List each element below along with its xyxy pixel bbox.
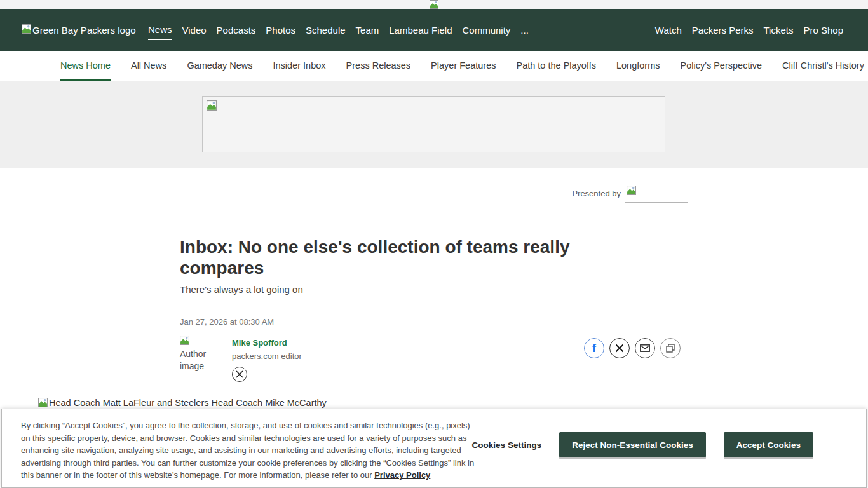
- share-x-icon[interactable]: [609, 338, 630, 358]
- privacy-policy-link[interactable]: Privacy Policy: [374, 470, 430, 480]
- ad-band: [0, 81, 868, 168]
- author-x-twitter-icon[interactable]: [232, 367, 247, 382]
- sponsor-logo-placeholder[interactable]: [625, 184, 688, 203]
- nav-item-pro-shop[interactable]: Pro Shop: [803, 25, 843, 36]
- accept-cookies-button[interactable]: Accept Cookies: [724, 432, 813, 458]
- nav-item-community[interactable]: Community: [463, 21, 511, 39]
- cookie-consent-banner: By clicking “Accept Cookies”, you agree …: [1, 409, 867, 488]
- packers-news-page: Green Bay Packers logo News Video Podcas…: [0, 0, 868, 488]
- nav-more-ellipsis[interactable]: ...: [520, 21, 529, 39]
- nav-item-tickets[interactable]: Tickets: [764, 25, 794, 36]
- hero-image-alt-text: Head Coach Matt LaFleur and Steelers Hea…: [49, 398, 327, 408]
- nav-item-news[interactable]: News: [148, 20, 172, 40]
- subnav-item-news-home[interactable]: News Home: [60, 51, 111, 81]
- subnav-item-cliff-christls-history[interactable]: Cliff Christl's History: [782, 51, 864, 81]
- nav-item-video[interactable]: Video: [182, 21, 207, 39]
- top-strip: [0, 0, 868, 9]
- site-logo[interactable]: Green Bay Packers logo: [22, 24, 136, 36]
- subnav-item-gameday-news[interactable]: Gameday News: [187, 51, 252, 81]
- news-subnav: News Home All News Gameday News Insider …: [0, 51, 868, 81]
- share-buttons: f: [584, 338, 681, 358]
- share-copy-link-icon[interactable]: [660, 338, 681, 358]
- subnav-item-press-releases[interactable]: Press Releases: [346, 51, 411, 81]
- logo-alt-text: Green Bay Packers logo: [32, 25, 136, 36]
- article-title: Inbox: No one else's collection of teams…: [180, 236, 625, 278]
- broken-image-icon: [627, 186, 636, 198]
- share-facebook-icon[interactable]: f: [584, 338, 604, 358]
- author-name-link[interactable]: Mike Spofford: [232, 338, 302, 348]
- nav-item-watch[interactable]: Watch: [655, 25, 682, 36]
- nav-item-photos[interactable]: Photos: [266, 21, 295, 39]
- cookie-actions: Cookies Settings Reject Non-Essential Co…: [472, 432, 813, 458]
- broken-image-icon: [38, 398, 48, 409]
- broken-image-icon: [207, 100, 217, 113]
- reject-non-essential-cookies-button[interactable]: Reject Non-Essential Cookies: [559, 432, 706, 458]
- author-role: packers.com editor: [232, 351, 302, 361]
- nav-item-schedule[interactable]: Schedule: [306, 21, 346, 39]
- cookie-policy-text: By clicking “Accept Cookies”, you agree …: [21, 419, 477, 482]
- nav-item-packers-perks[interactable]: Packers Perks: [692, 25, 754, 36]
- hero-image-broken[interactable]: Head Coach Matt LaFleur and Steelers Hea…: [38, 398, 327, 409]
- presented-by-label: Presented by: [572, 189, 621, 198]
- author-avatar-broken: Author image: [180, 336, 215, 382]
- nav-item-team[interactable]: Team: [356, 21, 379, 39]
- author-block: Author image Mike Spofford packers.com e…: [180, 336, 302, 382]
- main-header: Green Bay Packers logo News Video Podcas…: [0, 9, 868, 51]
- subnav-item-insider-inbox[interactable]: Insider Inbox: [273, 51, 326, 81]
- author-image-alt: Author image: [180, 349, 206, 371]
- presented-by: Presented by: [572, 184, 688, 203]
- subnav-item-longforms[interactable]: Longforms: [616, 51, 660, 81]
- share-email-icon[interactable]: [635, 338, 655, 358]
- broken-image-icon: [22, 24, 31, 36]
- primary-nav: News Video Podcasts Photos Schedule Team…: [148, 9, 529, 51]
- subnav-item-policys-perspective[interactable]: Policy's Perspective: [680, 51, 761, 81]
- article-date: Jan 27, 2026 at 08:30 AM: [180, 317, 274, 327]
- utility-nav: Watch Packers Perks Tickets Pro Shop: [655, 9, 843, 51]
- subnav-item-all-news[interactable]: All News: [131, 51, 166, 81]
- facebook-f-glyph: f: [592, 342, 596, 355]
- author-meta: Mike Spofford packers.com editor: [232, 336, 302, 382]
- ad-placeholder: [202, 96, 665, 152]
- subnav-item-path-to-the-playoffs[interactable]: Path to the Playoffs: [516, 51, 595, 81]
- article-subtitle: There's always a lot going on: [180, 284, 303, 295]
- broken-image-icon: [180, 336, 189, 348]
- nav-item-lambeau-field[interactable]: Lambeau Field: [389, 21, 452, 39]
- subnav-item-player-features[interactable]: Player Features: [431, 51, 496, 81]
- cookies-settings-link[interactable]: Cookies Settings: [472, 440, 542, 450]
- nav-item-podcasts[interactable]: Podcasts: [217, 21, 256, 39]
